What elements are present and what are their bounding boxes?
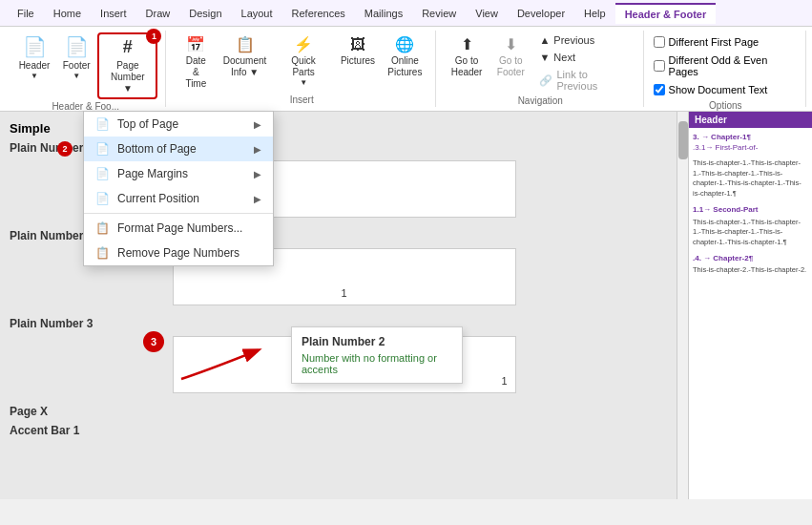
group-options: Different First Page Different Odd & Eve…	[646, 31, 806, 107]
date-time-icon: 📅	[186, 35, 205, 53]
link-icon: 🔗	[539, 74, 552, 87]
online-pictures-button[interactable]: 🌐 Online Pictures	[383, 32, 427, 81]
ribbon-content: 📄 Header ▼ 📄 Footer ▼ 1 # Page Number ▼ …	[0, 27, 812, 111]
header-icon: 📄	[23, 35, 47, 58]
plain-number-2-num: 1	[341, 287, 346, 299]
sidebar-section-1: 3. → Chapter-1¶ .3.1→ First-Part-of-	[693, 132, 808, 153]
previous-button[interactable]: ▲ Previous	[533, 32, 635, 48]
dropdown-divider	[84, 213, 273, 214]
badge-3: 3	[143, 331, 164, 352]
quick-parts-icon: ⚡	[294, 35, 313, 53]
go-to-footer-button[interactable]: ⬇ Go to Footer	[491, 32, 530, 81]
top-of-page-item[interactable]: 📄 Top of Page ▶	[84, 112, 273, 136]
go-to-header-icon: ⬆	[461, 35, 473, 53]
tab-draw[interactable]: Draw	[136, 4, 180, 23]
tooltip-description: Number with no formatting or accents	[302, 352, 452, 375]
remove-page-numbers-item[interactable]: 📋 Remove Page Numbers	[84, 241, 273, 265]
scrollbar[interactable]	[677, 112, 688, 499]
tab-home[interactable]: Home	[44, 4, 91, 23]
show-document-text-input[interactable]	[654, 84, 665, 95]
accent-bar-1-section: Accent Bar 1	[10, 424, 678, 437]
tab-design[interactable]: Design	[179, 4, 231, 23]
date-time-button[interactable]: 📅 Date & Time	[176, 32, 216, 93]
sidebar-header: Header	[689, 112, 812, 128]
scrollbar-thumb[interactable]	[678, 121, 688, 159]
sidebar-right: Header 3. → Chapter-1¶ .3.1→ First-Part-…	[688, 112, 812, 499]
tab-file[interactable]: File	[8, 4, 44, 23]
group-insert: 📅 Date & Time 📋 Document Info ▼ ⚡ Quick …	[168, 31, 436, 107]
show-document-text-checkbox[interactable]: Show Document Text	[654, 84, 798, 95]
dropdown-overlay: 📄 Top of Page ▶ 2 📄 Bottom of Page ▶ 📄 P…	[83, 111, 274, 266]
page-number-dropdown: 📄 Top of Page ▶ 2 📄 Bottom of Page ▶ 📄 P…	[83, 111, 274, 266]
ribbon: File Home Insert Draw Design Layout Refe…	[0, 0, 812, 112]
format-page-numbers-item[interactable]: 📋 Format Page Numbers...	[84, 216, 273, 241]
sidebar-chapter-3: 3. → Chapter-1¶	[693, 132, 808, 142]
nav-prev-next: ▲ Previous ▼ Next 🔗 Link to Previous	[533, 32, 635, 94]
tab-insert[interactable]: Insert	[91, 4, 136, 23]
pictures-icon: 🖼	[350, 35, 365, 53]
document-info-button[interactable]: 📋 Document Info ▼	[218, 32, 272, 81]
plain-number-3-num: 1	[501, 375, 507, 387]
different-first-page-checkbox[interactable]: Different First Page	[654, 36, 798, 48]
tooltip-title: Plain Number 2	[302, 335, 452, 348]
different-odd-even-input[interactable]	[654, 60, 665, 72]
sidebar-text-3: This-is-chapter-2.-This-is-chapter-2.	[693, 265, 808, 276]
top-of-page-icon: 📄	[95, 117, 110, 131]
header-button[interactable]: 📄 Header ▼	[13, 32, 55, 84]
navigation-group-label: Navigation	[518, 94, 563, 106]
next-button[interactable]: ▼ Next	[533, 50, 635, 65]
footer-icon: 📄	[65, 35, 89, 58]
header-footer-group-label: Header & Foo...	[52, 99, 119, 112]
page-margins-arrow: ▶	[254, 169, 261, 179]
next-icon: ▼	[539, 52, 550, 63]
go-to-header-button[interactable]: ⬆ Go to Header	[446, 32, 488, 81]
top-of-page-arrow: ▶	[254, 119, 261, 130]
sidebar-second-part: 1.1→ Second-Part	[693, 204, 808, 215]
page-number-button[interactable]: 1 # Page Number ▼	[97, 32, 157, 99]
page-margins-icon: 📄	[95, 167, 110, 180]
remove-icon: 📋	[95, 246, 110, 260]
current-position-icon: 📄	[95, 192, 110, 205]
accent-bar-1-label: Accent Bar 1	[10, 424, 678, 437]
previous-icon: ▲	[539, 34, 550, 46]
options-group-label: Options	[709, 98, 741, 111]
sidebar-text-2: This-is-chapter-1.-This-is-chapter-1.-Th…	[693, 218, 808, 248]
ribbon-tab-bar: File Home Insert Draw Design Layout Refe…	[0, 0, 812, 27]
navigation-buttons: ⬆ Go to Header ⬇ Go to Footer ▲ Previous	[446, 32, 635, 94]
tab-developer[interactable]: Developer	[508, 4, 574, 23]
tab-layout[interactable]: Layout	[232, 4, 282, 23]
footer-button[interactable]: 📄 Footer ▼	[57, 32, 95, 84]
sidebar-content: 3. → Chapter-1¶ .3.1→ First-Part-of- Thi…	[693, 132, 808, 276]
tab-mailings[interactable]: Mailings	[355, 4, 412, 23]
document-info-icon: 📋	[236, 35, 255, 53]
insert-buttons: 📅 Date & Time 📋 Document Info ▼ ⚡ Quick …	[176, 32, 427, 93]
page-x-label: Page X	[10, 405, 678, 418]
different-first-page-input[interactable]	[654, 36, 665, 48]
sidebar-first-part: .3.1→ First-Part-of-	[693, 142, 808, 153]
tab-view[interactable]: View	[466, 4, 508, 23]
group-navigation: ⬆ Go to Header ⬇ Go to Footer ▲ Previous	[438, 31, 644, 107]
badge-2: 2	[57, 141, 73, 157]
current-position-arrow: ▶	[254, 194, 261, 204]
tab-header-footer[interactable]: Header & Footer	[615, 3, 717, 24]
current-position-item[interactable]: 📄 Current Position ▶	[84, 186, 273, 211]
badge-3-container: 3	[143, 331, 164, 352]
tab-review[interactable]: Review	[412, 4, 466, 23]
group-header-footer: 📄 Header ▼ 📄 Footer ▼ 1 # Page Number ▼ …	[6, 31, 166, 107]
link-to-previous-button[interactable]: 🔗 Link to Previous	[533, 67, 635, 94]
tab-help[interactable]: Help	[574, 4, 615, 23]
bottom-of-page-icon: 📄	[95, 142, 110, 156]
page-number-icon: #	[123, 37, 133, 58]
sidebar-text-1: This-is-chapter-1.-This-is-chapter-1.-Th…	[693, 158, 808, 199]
different-odd-even-checkbox[interactable]: Different Odd & Even Pages	[654, 54, 798, 77]
page-margins-item[interactable]: 📄 Page Margins ▶	[84, 161, 273, 186]
bottom-of-page-item[interactable]: 2 📄 Bottom of Page ▶	[84, 136, 273, 161]
online-pictures-icon: 🌐	[395, 35, 414, 53]
tab-references[interactable]: References	[282, 4, 355, 23]
bottom-of-page-arrow: ▶	[254, 144, 261, 155]
quick-parts-button[interactable]: ⚡ Quick Parts ▼	[274, 32, 334, 91]
header-footer-buttons: 📄 Header ▼ 📄 Footer ▼ 1 # Page Number ▼	[13, 32, 157, 99]
pictures-button[interactable]: 🖼 Pictures	[335, 32, 380, 70]
format-icon: 📋	[95, 221, 110, 235]
tooltip-plain-number-2: Plain Number 2 Number with no formatting…	[291, 326, 463, 384]
